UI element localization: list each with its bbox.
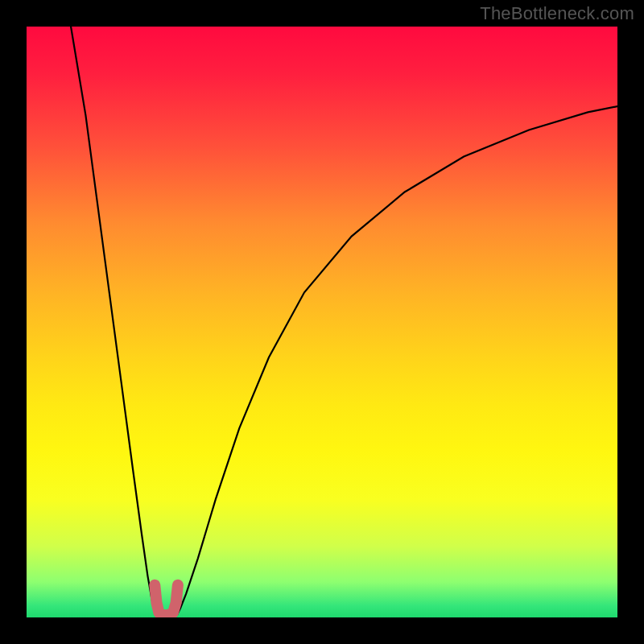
curve-right-group [177, 106, 617, 614]
sweet-spot-group [155, 585, 178, 615]
watermark-text: TheBottleneck.com [480, 3, 634, 24]
curve-right [177, 106, 617, 614]
curve-left [71, 27, 159, 614]
sweet-spot [155, 585, 178, 615]
curve-left-group [71, 27, 159, 614]
chart-frame: TheBottleneck.com [0, 0, 644, 644]
chart-svg [27, 27, 617, 617]
plot-area [27, 27, 617, 617]
